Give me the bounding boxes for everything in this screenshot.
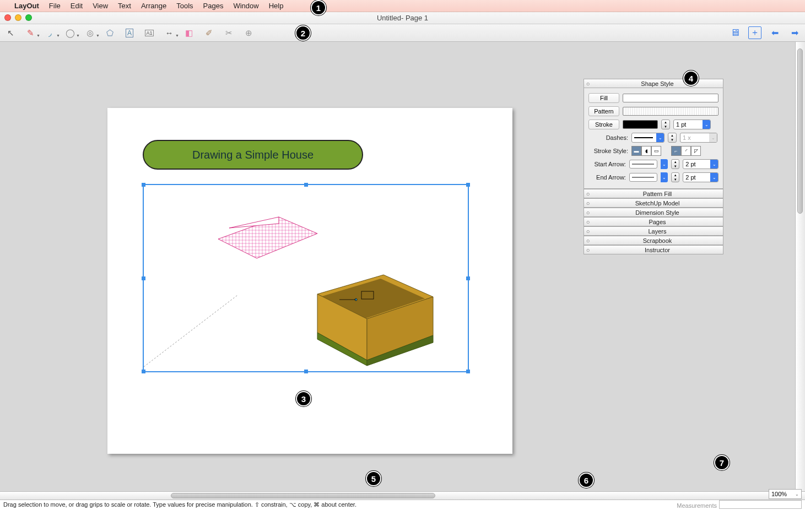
model-ground-line — [144, 295, 237, 367]
grip-bot-left[interactable] — [142, 370, 145, 373]
stroke-width-stepper[interactable]: ▲▼ — [661, 120, 670, 129]
main-toolbar: ↖ ✎▼ ◞▼ ◯▼ ◎▼ ⬠ A A1 ↔▼ ◧ ✐ ✂ ⊕ 🖥 ＋ ⬅ ➡ — [0, 24, 805, 42]
hscroll-thumb[interactable] — [171, 493, 435, 498]
menu-pages[interactable]: Pages — [203, 2, 224, 10]
menu-bar: LayOut File Edit View Text Arrange Tools… — [0, 0, 805, 12]
menu-help[interactable]: Help — [269, 2, 284, 10]
vscroll-thumb[interactable] — [797, 48, 803, 214]
horizontal-scrollbar[interactable] — [0, 491, 805, 500]
panel-close-icon[interactable]: ○ — [584, 191, 592, 197]
grip-top-right[interactable] — [466, 183, 470, 187]
panel-close-icon[interactable]: ○ — [584, 219, 592, 225]
pattern-toggle[interactable]: Pattern — [588, 106, 619, 116]
join-tool[interactable]: ⊕ — [241, 27, 256, 39]
plus-icon: ＋ — [748, 26, 761, 39]
polygon-tool[interactable]: ⬠ — [102, 27, 117, 39]
menu-arrange[interactable]: Arrange — [141, 2, 166, 10]
split-tool[interactable]: ✂ — [221, 27, 236, 39]
traffic-lights — [4, 14, 32, 21]
arrow-right-icon: ➡ — [791, 28, 798, 38]
eraser-tool[interactable]: ◧ — [182, 27, 196, 39]
measurements-input[interactable] — [719, 500, 802, 509]
shape-style-header[interactable]: ○Shape Style — [584, 79, 723, 88]
panel-layers[interactable]: ○Layers — [584, 226, 723, 236]
end-arrow-select[interactable] — [629, 173, 657, 182]
panel-close-icon[interactable]: ○ — [584, 209, 592, 216]
cap-square[interactable]: ▭ — [651, 146, 661, 156]
cap-flat[interactable]: ▬ — [631, 146, 641, 156]
title-bubble[interactable]: Drawing a Simple House — [143, 140, 363, 170]
circle-tool[interactable]: ◯▼ — [63, 27, 77, 39]
polygon-icon: ⬠ — [106, 28, 114, 38]
end-arrow-width-select[interactable]: 2 pt⌄ — [683, 172, 718, 182]
previous-page-button[interactable]: ⬅ — [768, 27, 782, 39]
grip-mid-right[interactable] — [466, 276, 470, 280]
eraser-icon: ◧ — [185, 28, 193, 38]
grip-bot-right[interactable] — [466, 370, 470, 373]
panel-sketchup-model[interactable]: ○SketchUp Model — [584, 198, 723, 208]
arc-tool[interactable]: ◞▼ — [43, 27, 57, 39]
menu-edit[interactable]: Edit — [71, 2, 83, 10]
panel-scrapbook[interactable]: ○Scrapbook — [584, 236, 723, 245]
panel-instructor[interactable]: ○Instructor — [584, 245, 723, 254]
fill-toggle[interactable]: Fill — [588, 93, 619, 103]
menu-view[interactable]: View — [93, 2, 108, 10]
dashes-select[interactable]: ⌄ — [631, 133, 664, 143]
menu-window[interactable]: Window — [233, 2, 258, 10]
inspector-panels: ○Shape Style Fill Pattern Stroke ▲▼ 1 pt… — [584, 79, 723, 254]
next-page-button[interactable]: ➡ — [787, 27, 802, 39]
text-tool[interactable]: A — [122, 27, 137, 39]
shape-style-title: Shape Style — [592, 80, 723, 87]
callout-3: 3 — [296, 391, 311, 406]
panel-close-icon[interactable]: ○ — [584, 237, 592, 244]
callout-4: 4 — [683, 70, 699, 86]
join-round[interactable]: ◜ — [681, 146, 691, 156]
panel-close-icon[interactable]: ○ — [584, 200, 592, 207]
grip-top-left[interactable] — [142, 183, 145, 187]
window-titlebar: Untitled- Page 1 — [0, 12, 805, 24]
grip-mid-left[interactable] — [142, 276, 145, 280]
menu-text[interactable]: Text — [118, 2, 131, 10]
start-arrow-width-select[interactable]: 2 pt⌄ — [683, 159, 718, 169]
stroke-toggle[interactable]: Stroke — [588, 120, 619, 129]
start-arrow-select[interactable] — [629, 160, 657, 169]
panel-dimension-style[interactable]: ○Dimension Style — [584, 208, 723, 217]
join-bevel[interactable]: ◸ — [691, 146, 701, 156]
fill-swatch[interactable] — [623, 94, 718, 102]
join-miter[interactable]: ⌐ — [671, 146, 681, 156]
menu-tools[interactable]: Tools — [176, 2, 193, 10]
zoom-select[interactable]: 100%⌄ — [769, 489, 802, 499]
eyedropper-icon: ✐ — [206, 28, 213, 38]
panel-close-icon[interactable]: ○ — [584, 228, 592, 235]
vertical-scrollbar[interactable] — [795, 42, 805, 491]
presentation-button[interactable]: 🖥 — [728, 27, 742, 39]
selection-frame[interactable] — [143, 184, 469, 372]
select-tool[interactable]: ↖ — [3, 27, 18, 39]
line-tool[interactable]: ✎▼ — [23, 27, 37, 39]
start-arrow-label: Start Arrow: — [588, 161, 626, 167]
ellipse-tool[interactable]: ◎▼ — [83, 27, 97, 39]
panel-pattern-fill[interactable]: ○Pattern Fill — [584, 189, 723, 198]
add-page-button[interactable]: ＋ — [748, 27, 762, 39]
app-name[interactable]: LayOut — [14, 2, 39, 10]
end-arrow-stepper[interactable]: ▲▼ — [671, 172, 679, 182]
zoom-window-button[interactable] — [25, 14, 32, 21]
dashes-scale-stepper[interactable]: ▲▼ — [668, 133, 677, 143]
start-arrow-stepper[interactable]: ▲▼ — [671, 159, 679, 169]
minimize-window-button[interactable] — [15, 14, 21, 21]
dimension-tool[interactable]: ↔▼ — [162, 27, 176, 39]
stroke-width-select[interactable]: 1 pt⌄ — [673, 120, 711, 129]
callout-6: 6 — [579, 473, 594, 488]
label-tool[interactable]: A1 — [142, 27, 156, 39]
panel-pages[interactable]: ○Pages — [584, 217, 723, 226]
panel-close-icon[interactable]: ○ — [584, 247, 592, 253]
panel-close-icon[interactable]: ○ — [584, 80, 592, 87]
style-tool[interactable]: ✐ — [202, 27, 216, 39]
cap-round[interactable]: ◖ — [641, 146, 651, 156]
split-icon: ✂ — [225, 28, 233, 38]
menu-file[interactable]: File — [49, 2, 61, 10]
close-window-button[interactable] — [4, 14, 11, 21]
grip-top-mid[interactable] — [304, 183, 308, 187]
stroke-swatch[interactable] — [623, 120, 658, 129]
pattern-swatch[interactable] — [623, 107, 718, 116]
